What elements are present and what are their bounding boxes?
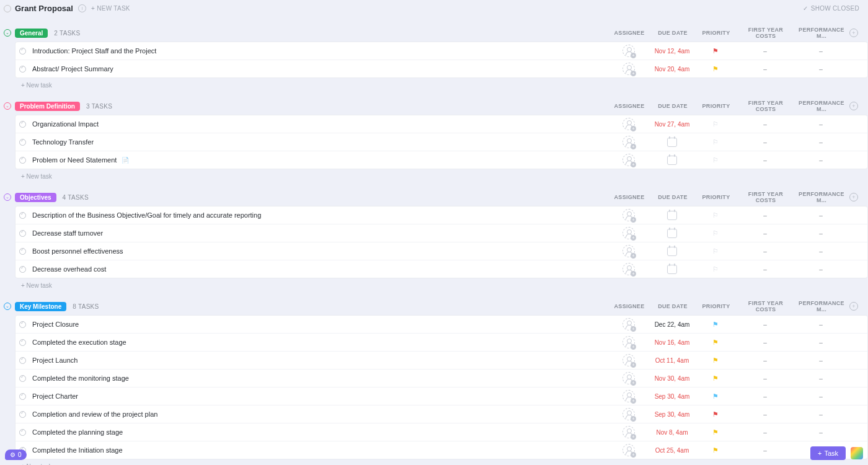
task-row[interactable]: Completed the execution stage+Nov 16, 4a… bbox=[16, 334, 867, 352]
add-column-button[interactable]: + bbox=[849, 302, 864, 311]
collapse-toggle[interactable]: ⌄ bbox=[4, 303, 11, 310]
assignee-cell[interactable]: + bbox=[607, 227, 650, 239]
assignee-cell[interactable]: + bbox=[607, 136, 650, 148]
due-date-cell[interactable]: Oct 11, 4am bbox=[650, 357, 694, 364]
priority-cell[interactable]: ⚐ bbox=[694, 229, 737, 237]
task-row[interactable]: Decrease staff turnover+⚐–– bbox=[16, 224, 867, 242]
perf-cell[interactable]: – bbox=[793, 66, 849, 73]
task-name[interactable]: Completion and review of the project pla… bbox=[32, 410, 157, 418]
assignee-cell[interactable]: + bbox=[607, 390, 650, 402]
task-row[interactable]: Project Closure+Dec 22, 4am⚑–– bbox=[16, 316, 867, 334]
due-date-cell[interactable] bbox=[650, 211, 694, 220]
task-name[interactable]: Boost personnel effectiveness bbox=[32, 247, 123, 255]
due-date-cell[interactable]: Nov 20, 4am bbox=[650, 66, 694, 73]
cost-cell[interactable]: – bbox=[737, 212, 793, 219]
task-row[interactable]: Description of the Business Objective/Go… bbox=[16, 206, 867, 224]
task-name[interactable]: Introduction: Project Staff and the Proj… bbox=[32, 47, 156, 55]
due-date-cell[interactable]: Sep 30, 4am bbox=[650, 393, 694, 400]
col-header-due[interactable]: DUE DATE bbox=[651, 303, 694, 309]
task-row[interactable]: Decrease overhead cost+⚐–– bbox=[16, 260, 867, 278]
add-column-button[interactable]: + bbox=[849, 102, 864, 110]
section-pill[interactable]: Key Milestone bbox=[15, 302, 66, 311]
col-header-due[interactable]: DUE DATE bbox=[651, 194, 694, 200]
assignee-cell[interactable]: + bbox=[607, 318, 650, 330]
col-header-due[interactable]: DUE DATE bbox=[651, 30, 694, 36]
status-toggle[interactable] bbox=[19, 121, 26, 128]
assignee-cell[interactable]: + bbox=[607, 154, 650, 166]
status-toggle[interactable] bbox=[19, 212, 26, 219]
task-name[interactable]: Organizational Impact bbox=[32, 120, 99, 128]
task-name[interactable]: Completed the execution stage bbox=[32, 339, 126, 346]
doc-icon[interactable]: 📄 bbox=[122, 157, 129, 164]
priority-cell[interactable]: ⚑ bbox=[694, 392, 737, 401]
priority-cell[interactable]: ⚑ bbox=[694, 446, 737, 454]
section-pill[interactable]: Objectives bbox=[15, 193, 56, 202]
task-name[interactable]: Completed the monitoring stage bbox=[32, 374, 129, 382]
status-toggle[interactable] bbox=[19, 139, 26, 146]
col-header-assignee[interactable]: ASSIGNEE bbox=[608, 194, 651, 200]
status-toggle[interactable] bbox=[19, 321, 26, 328]
collapse-toggle[interactable]: ⌄ bbox=[4, 193, 11, 201]
col-header-due[interactable]: DUE DATE bbox=[651, 103, 694, 109]
show-closed-toggle[interactable]: ✓SHOW CLOSED bbox=[803, 5, 859, 12]
task-name[interactable]: Project Closure bbox=[32, 321, 79, 328]
status-toggle[interactable] bbox=[19, 339, 26, 346]
col-header-priority[interactable]: PRIORITY bbox=[694, 103, 738, 109]
col-header-assignee[interactable]: ASSIGNEE bbox=[608, 103, 651, 109]
assignee-cell[interactable]: + bbox=[607, 118, 650, 130]
priority-cell[interactable]: ⚐ bbox=[694, 265, 737, 273]
due-date-cell[interactable] bbox=[650, 138, 694, 147]
task-row[interactable]: Organizational Impact+Nov 27, 4am⚐–– bbox=[16, 115, 867, 133]
due-date-cell[interactable]: Nov 30, 4am bbox=[650, 375, 694, 382]
perf-cell[interactable]: – bbox=[793, 139, 849, 146]
task-name[interactable]: Abstract/ Project Summary bbox=[32, 65, 113, 73]
due-date-cell[interactable]: Nov 12, 4am bbox=[650, 48, 694, 55]
perf-cell[interactable]: – bbox=[793, 266, 849, 273]
task-name[interactable]: Project Launch bbox=[32, 356, 78, 364]
task-name[interactable]: Technology Transfer bbox=[32, 138, 94, 146]
status-toggle[interactable] bbox=[19, 48, 26, 55]
col-header-cost[interactable]: FIRST YEAR COSTS bbox=[738, 100, 794, 112]
collapse-toggle[interactable]: ⌄ bbox=[4, 102, 11, 110]
status-toggle[interactable] bbox=[19, 429, 26, 436]
priority-cell[interactable]: ⚑ bbox=[694, 428, 737, 436]
add-column-button[interactable]: + bbox=[849, 29, 864, 37]
task-row[interactable]: Completed the planning stage+Nov 8, 4am⚑… bbox=[16, 423, 867, 441]
assignee-cell[interactable]: + bbox=[607, 426, 650, 438]
task-name[interactable]: Project Charter bbox=[32, 392, 78, 400]
status-toggle[interactable] bbox=[19, 411, 26, 418]
cost-cell[interactable]: – bbox=[737, 429, 793, 436]
due-date-cell[interactable]: Oct 25, 4am bbox=[650, 447, 694, 454]
perf-cell[interactable]: – bbox=[793, 321, 849, 328]
cost-cell[interactable]: – bbox=[737, 66, 793, 73]
perf-cell[interactable]: – bbox=[793, 393, 849, 400]
app-launcher-icon[interactable] bbox=[851, 447, 863, 459]
section-pill[interactable]: General bbox=[15, 29, 48, 38]
task-name[interactable]: Completed the planning stage bbox=[32, 428, 123, 436]
col-header-perf[interactable]: PERFORMANCE M... bbox=[794, 300, 849, 312]
cost-cell[interactable]: – bbox=[737, 230, 793, 237]
new-task-button[interactable]: + New task bbox=[0, 169, 868, 181]
perf-cell[interactable]: – bbox=[793, 212, 849, 219]
cost-cell[interactable]: – bbox=[737, 321, 793, 328]
priority-cell[interactable]: ⚐ bbox=[694, 156, 737, 164]
cost-cell[interactable]: – bbox=[737, 357, 793, 364]
cost-cell[interactable]: – bbox=[737, 393, 793, 400]
due-date-cell[interactable]: Nov 27, 4am bbox=[650, 121, 694, 128]
task-name[interactable]: Decrease staff turnover bbox=[32, 229, 103, 237]
due-date-cell[interactable] bbox=[650, 247, 694, 256]
cost-cell[interactable]: – bbox=[737, 447, 793, 454]
task-name[interactable]: Completed the Initiation stage bbox=[32, 446, 123, 454]
perf-cell[interactable]: – bbox=[793, 375, 849, 382]
task-row[interactable]: Technology Transfer+⚐–– bbox=[16, 133, 867, 151]
new-task-button[interactable]: + New task bbox=[0, 459, 868, 465]
assignee-cell[interactable]: + bbox=[607, 209, 650, 221]
cost-cell[interactable]: – bbox=[737, 339, 793, 346]
task-name[interactable]: Description of the Business Objective/Go… bbox=[32, 211, 261, 219]
col-header-cost[interactable]: FIRST YEAR COSTS bbox=[738, 191, 794, 203]
perf-cell[interactable]: – bbox=[793, 339, 849, 346]
perf-cell[interactable]: – bbox=[793, 357, 849, 364]
assignee-cell[interactable]: + bbox=[607, 336, 650, 348]
due-date-cell[interactable] bbox=[650, 156, 694, 165]
task-name[interactable]: Problem or Need Statement bbox=[32, 156, 117, 164]
